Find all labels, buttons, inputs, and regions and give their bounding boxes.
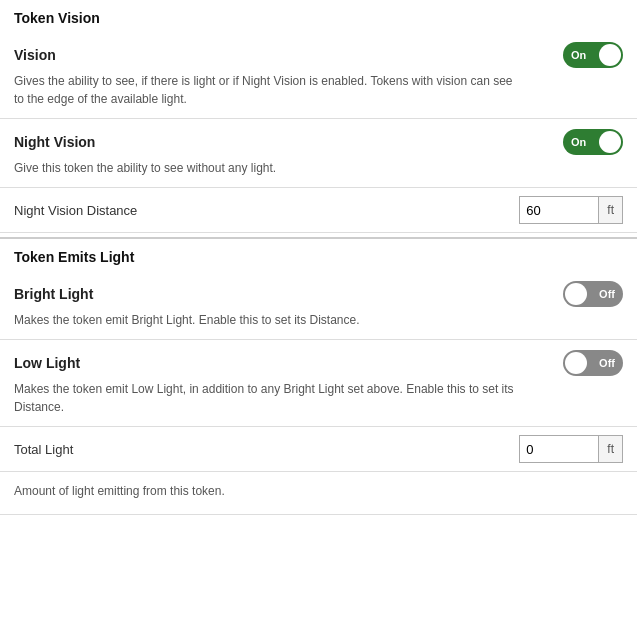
vision-toggle-knob [599, 44, 621, 66]
bright-light-setting-row: Bright Light Off Makes the token emit Br… [0, 271, 637, 340]
token-vision-title: Token Vision [14, 10, 100, 26]
night-vision-description: Give this token the ability to see witho… [14, 159, 514, 177]
bright-light-toggle[interactable]: Off [563, 281, 623, 307]
low-light-setting-row: Low Light Off Makes the token emit Low L… [0, 340, 637, 427]
total-light-unit: ft [599, 435, 623, 463]
night-vision-toggle[interactable]: On [563, 129, 623, 155]
vision-description: Gives the ability to see, if there is li… [14, 72, 514, 108]
night-vision-distance-label: Night Vision Distance [14, 203, 137, 218]
low-light-toggle[interactable]: Off [563, 350, 623, 376]
total-light-input[interactable] [519, 435, 599, 463]
token-emits-light-title: Token Emits Light [14, 249, 134, 265]
night-vision-distance-input-group: ft [519, 196, 623, 224]
low-light-label: Low Light [14, 355, 80, 371]
low-light-description: Makes the token emit Low Light, in addit… [14, 380, 514, 416]
night-vision-toggle-label: On [571, 136, 586, 148]
bright-light-description: Makes the token emit Bright Light. Enabl… [14, 311, 514, 329]
token-emits-light-section-header: Token Emits Light [0, 239, 637, 271]
night-vision-setting-row: Night Vision On Give this token the abil… [0, 119, 637, 188]
low-light-toggle-label: Off [599, 357, 615, 369]
total-light-row: Total Light ft [0, 427, 637, 472]
night-vision-distance-row: Night Vision Distance ft [0, 188, 637, 233]
total-light-label: Total Light [14, 442, 73, 457]
bright-light-toggle-knob [565, 283, 587, 305]
night-vision-distance-unit: ft [599, 196, 623, 224]
vision-toggle-label: On [571, 49, 586, 61]
token-vision-section-header: Token Vision [0, 0, 637, 32]
low-light-toggle-knob [565, 352, 587, 374]
vision-toggle[interactable]: On [563, 42, 623, 68]
night-vision-toggle-knob [599, 131, 621, 153]
bright-light-label: Bright Light [14, 286, 93, 302]
bright-light-toggle-label: Off [599, 288, 615, 300]
night-vision-label: Night Vision [14, 134, 95, 150]
night-vision-distance-input[interactable] [519, 196, 599, 224]
vision-setting-row: Vision On Gives the ability to see, if t… [0, 32, 637, 119]
total-light-description: Amount of light emitting from this token… [14, 482, 514, 500]
vision-label: Vision [14, 47, 56, 63]
total-light-input-group: ft [519, 435, 623, 463]
